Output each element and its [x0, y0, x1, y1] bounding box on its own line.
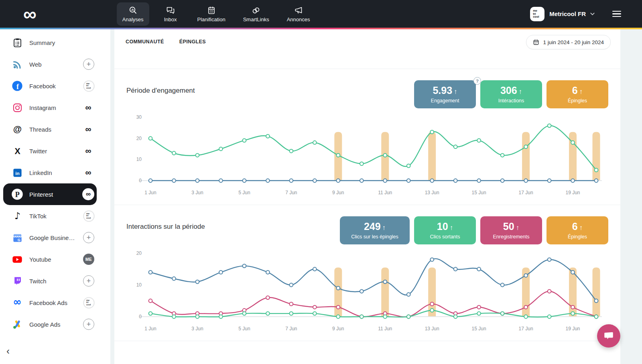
- data-point[interactable]: [172, 151, 176, 155]
- brand-account-name[interactable]: Metricool FR: [549, 10, 586, 17]
- data-point[interactable]: [501, 312, 504, 315]
- topnav-tab-smartlinks[interactable]: SmartLinks: [238, 2, 275, 26]
- data-point[interactable]: [548, 289, 551, 293]
- sidebar-item-google-ads[interactable]: Google Ads +: [3, 313, 97, 335]
- data-point[interactable]: [243, 264, 246, 268]
- data-point[interactable]: [524, 274, 528, 277]
- data-point[interactable]: [313, 141, 317, 144]
- chevron-down-icon[interactable]: [589, 11, 595, 17]
- data-point[interactable]: [243, 312, 246, 315]
- add-connection-button[interactable]: +: [83, 275, 94, 287]
- data-point[interactable]: [477, 312, 481, 315]
- data-point[interactable]: [360, 162, 364, 166]
- data-point[interactable]: [571, 179, 575, 183]
- data-point[interactable]: [313, 179, 317, 183]
- data-point[interactable]: [149, 312, 152, 315]
- sidebar-item-instagram[interactable]: Instagram ∞: [3, 97, 97, 118]
- data-point[interactable]: [548, 315, 551, 319]
- data-point[interactable]: [219, 270, 223, 274]
- stat-card-enregistrements[interactable]: 50↑ Enregistrements: [480, 216, 542, 244]
- data-point[interactable]: [548, 179, 551, 183]
- data-point[interactable]: [595, 299, 598, 303]
- stat-card-pingles[interactable]: 6↑ Épingles: [547, 216, 608, 244]
- pin-bar[interactable]: [593, 132, 600, 181]
- data-point[interactable]: [149, 270, 152, 274]
- data-point[interactable]: [289, 312, 293, 315]
- data-point[interactable]: [266, 134, 270, 138]
- topnav-tab-analyses[interactable]: Analyses: [117, 2, 149, 26]
- data-point[interactable]: [172, 179, 176, 183]
- data-point[interactable]: [430, 179, 434, 183]
- stat-card-clics-sortants[interactable]: 10↑ Clics sortants: [414, 216, 476, 244]
- data-point[interactable]: [477, 305, 481, 309]
- sidebar-item-pinterest[interactable]: P Pinterest ∞: [3, 183, 97, 205]
- data-point[interactable]: [336, 305, 340, 309]
- data-point[interactable]: [571, 141, 575, 144]
- data-point[interactable]: [289, 149, 293, 153]
- add-connection-button[interactable]: +: [83, 59, 94, 70]
- data-point[interactable]: [313, 267, 317, 271]
- data-point[interactable]: [407, 179, 410, 183]
- sidebar-item-web[interactable]: Web +: [3, 53, 97, 75]
- data-point[interactable]: [501, 283, 504, 287]
- data-point[interactable]: [219, 179, 223, 183]
- data-point[interactable]: [243, 139, 246, 142]
- stat-card-clics-sur-les-pingles[interactable]: 249↑ Clics sur les épingles: [340, 216, 410, 244]
- data-point[interactable]: [336, 179, 340, 183]
- data-point[interactable]: [313, 305, 317, 309]
- data-point[interactable]: [383, 280, 387, 284]
- data-point[interactable]: [407, 164, 410, 168]
- stat-card-engagement[interactable]: ? 5.93↑ Engagement: [414, 80, 476, 108]
- sidebar-item-summary[interactable]: Summary: [3, 32, 97, 53]
- data-point[interactable]: [477, 179, 481, 183]
- data-point[interactable]: [383, 315, 387, 319]
- data-point[interactable]: [454, 179, 457, 183]
- sidebar-item-facebook[interactable]: f Facebook metricool: [3, 75, 97, 97]
- data-point[interactable]: [172, 315, 176, 319]
- data-point[interactable]: [196, 315, 199, 319]
- sidebar-item-twitch[interactable]: Twitch +: [3, 270, 97, 292]
- data-point[interactable]: [548, 258, 551, 261]
- data-point[interactable]: [266, 312, 270, 315]
- data-point[interactable]: [172, 277, 176, 281]
- data-point[interactable]: [454, 145, 457, 148]
- data-point[interactable]: [219, 315, 223, 319]
- topnav-tab-inbox[interactable]: Inbox: [156, 2, 185, 26]
- data-point[interactable]: [149, 179, 152, 183]
- data-point[interactable]: [595, 179, 598, 183]
- data-point[interactable]: [548, 124, 551, 128]
- add-connection-button[interactable]: +: [83, 232, 94, 243]
- sidebar-item-youtube[interactable]: Youtube ME: [3, 248, 97, 270]
- data-point[interactable]: [336, 153, 340, 157]
- data-point[interactable]: [149, 299, 152, 303]
- pin-bar[interactable]: [428, 132, 436, 181]
- data-point[interactable]: [454, 267, 457, 271]
- sidebar-item-linkedin[interactable]: in LinkedIn ∞: [3, 162, 97, 183]
- date-range-picker[interactable]: 1 juin 2024 - 20 juin 2024: [526, 35, 611, 49]
- metricool-logo-icon[interactable]: ∞: [23, 2, 37, 26]
- tab-pingles[interactable]: ÉPINGLES: [179, 39, 206, 47]
- data-point[interactable]: [266, 296, 270, 299]
- data-point[interactable]: [407, 315, 410, 319]
- data-point[interactable]: [407, 293, 410, 296]
- data-point[interactable]: [571, 305, 575, 309]
- data-point[interactable]: [289, 179, 293, 183]
- tab-communaut[interactable]: COMMUNAUTÉ: [126, 39, 164, 47]
- data-point[interactable]: [430, 258, 434, 261]
- data-point[interactable]: [289, 283, 293, 287]
- add-connection-button[interactable]: +: [83, 319, 94, 330]
- sidebar-item-tiktok[interactable]: ♪ TikTok metricool: [3, 205, 97, 227]
- data-point[interactable]: [383, 179, 387, 183]
- data-point[interactable]: [266, 270, 270, 274]
- data-point[interactable]: [595, 168, 598, 172]
- data-point[interactable]: [477, 139, 481, 142]
- data-point[interactable]: [430, 302, 434, 306]
- sidebar-collapse-button[interactable]: ‹: [6, 347, 10, 355]
- menu-icon[interactable]: [612, 11, 621, 17]
- data-point[interactable]: [454, 315, 457, 319]
- data-point[interactable]: [524, 145, 528, 148]
- data-point[interactable]: [336, 287, 340, 290]
- data-point[interactable]: [477, 267, 481, 271]
- data-point[interactable]: [149, 136, 152, 140]
- data-point[interactable]: [524, 315, 528, 319]
